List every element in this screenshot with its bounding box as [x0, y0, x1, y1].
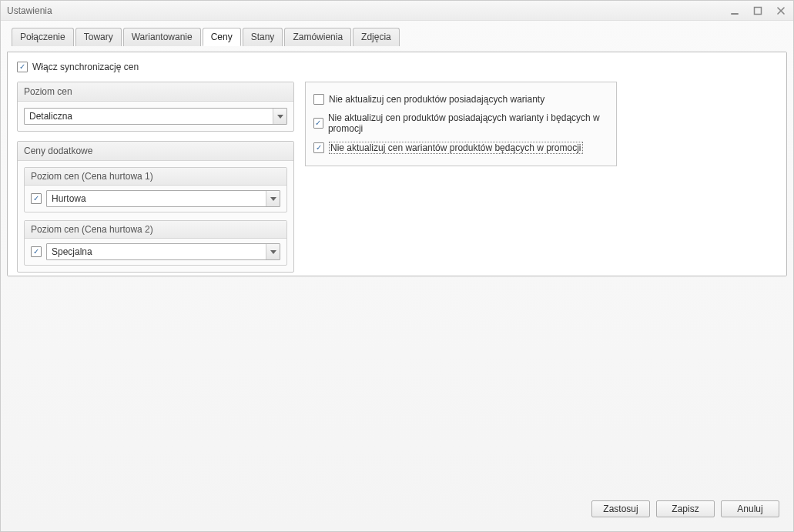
price-subgroup-header: Poziom cen (Cena hurtowa 1) — [25, 168, 286, 186]
svg-rect-0 — [731, 13, 739, 15]
price-subgroup-value: Hurtowa — [47, 193, 266, 204]
price-subgroup-body: Hurtowa — [25, 186, 286, 212]
enable-sync-checkbox[interactable] — [17, 62, 28, 72]
window-title: Ustawienia — [7, 5, 729, 16]
price-subgroup-header: Poziom cen (Cena hurtowa 2) — [25, 221, 286, 239]
option-checkbox[interactable] — [313, 94, 324, 105]
price-subgroup-checkbox[interactable] — [31, 246, 42, 257]
cancel-button[interactable]: Anuluj — [721, 500, 779, 517]
tab-bar: PołączenieTowaryWariantowanieCenyStanyZa… — [7, 28, 787, 46]
options-panel: Nie aktualizuj cen produktów posiadający… — [305, 82, 617, 166]
option-row-2: Nie aktualizuj cen produktów posiadający… — [313, 109, 608, 138]
settings-window: Ustawienia PołączenieTowaryWariantowanie… — [0, 0, 794, 532]
tab-zamówienia[interactable]: Zamówienia — [284, 28, 351, 46]
option-label: Nie aktualizuj cen wariantów produktów b… — [329, 142, 583, 154]
additional-prices-body: Poziom cen (Cena hurtowa 1)HurtowaPoziom… — [18, 161, 293, 272]
price-subgroup-dropdown[interactable]: Hurtowa — [46, 190, 280, 207]
tab-zdjęcia[interactable]: Zdjęcia — [353, 28, 400, 46]
tab-ceny[interactable]: Ceny — [203, 28, 241, 46]
maximize-icon[interactable] — [752, 5, 764, 17]
close-icon[interactable] — [775, 5, 787, 17]
option-checkbox[interactable] — [313, 142, 324, 153]
svg-rect-1 — [755, 7, 762, 14]
tab-połączenie[interactable]: Połączenie — [12, 28, 74, 46]
additional-prices-group: Ceny dodatkowe Poziom cen (Cena hurtowa … — [17, 141, 294, 273]
tab-towary[interactable]: Towary — [75, 28, 122, 46]
tab-stany[interactable]: Stany — [243, 28, 283, 46]
chevron-down-icon[interactable] — [266, 244, 280, 259]
price-subgroup-2: Poziom cen (Cena hurtowa 2)Specjalna — [24, 220, 287, 266]
price-level-header: Poziom cen — [18, 82, 293, 102]
enable-sync-label: Włącz synchronizację cen — [32, 62, 139, 72]
price-level-group: Poziom cen Detaliczna — [17, 82, 294, 132]
price-subgroup-dropdown[interactable]: Specjalna — [46, 243, 280, 260]
window-controls — [729, 5, 787, 17]
price-subgroup-body: Specjalna — [25, 239, 286, 265]
chevron-down-icon[interactable] — [266, 191, 280, 206]
option-row-3: Nie aktualizuj cen wariantów produktów b… — [313, 138, 608, 158]
option-label: Nie aktualizuj cen produktów posiadający… — [328, 112, 608, 134]
tab-wariantowanie[interactable]: Wariantowanie — [123, 28, 201, 46]
titlebar: Ustawienia — [1, 1, 793, 21]
save-button[interactable]: Zapisz — [656, 500, 715, 517]
chevron-down-icon[interactable] — [273, 109, 286, 124]
enable-sync-row: Włącz synchronizację cen — [17, 60, 777, 74]
price-subgroup-value: Specjalna — [47, 246, 266, 257]
option-label: Nie aktualizuj cen produktów posiadający… — [329, 94, 544, 105]
price-level-body: Detaliczna — [18, 102, 293, 131]
option-checkbox[interactable] — [313, 118, 323, 129]
price-subgroup-1: Poziom cen (Cena hurtowa 1)Hurtowa — [24, 167, 287, 212]
option-row-1: Nie aktualizuj cen produktów posiadający… — [313, 90, 608, 109]
price-subgroup-checkbox[interactable] — [31, 193, 42, 204]
window-body: PołączenieTowaryWariantowanieCenyStanyZa… — [1, 21, 793, 531]
price-level-dropdown[interactable]: Detaliczna — [24, 108, 287, 125]
tab-panel-ceny: Włącz synchronizację cen Poziom cen Deta… — [7, 52, 787, 276]
additional-prices-header: Ceny dodatkowe — [18, 142, 293, 161]
apply-button[interactable]: Zastosuj — [591, 500, 650, 517]
right-column: Nie aktualizuj cen produktów posiadający… — [305, 82, 617, 166]
columns: Poziom cen Detaliczna Ceny dodatkowe — [17, 82, 777, 273]
footer: Zastosuj Zapisz Anuluj — [7, 496, 787, 525]
left-column: Poziom cen Detaliczna Ceny dodatkowe — [17, 82, 294, 273]
price-level-value: Detaliczna — [25, 111, 273, 122]
minimize-icon[interactable] — [729, 5, 741, 17]
